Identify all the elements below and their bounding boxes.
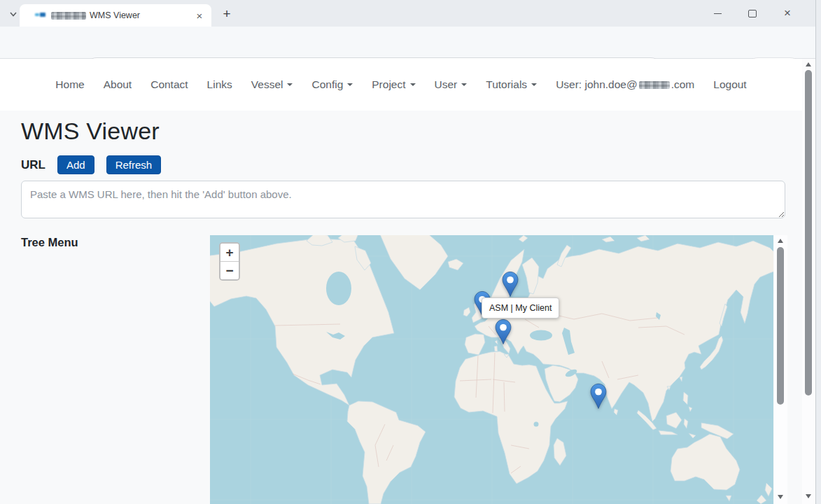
inner-scrollbar-thumb[interactable] [777, 247, 784, 405]
map-marker-stockholm[interactable] [502, 271, 519, 298]
nav-vessel-dropdown[interactable]: Vessel [251, 78, 293, 91]
tree-menu-label: Tree Menu [21, 236, 78, 249]
site-nav: Home About Contact Links Vessel Config P… [0, 59, 802, 111]
zoom-out-button[interactable]: − [220, 262, 239, 279]
wms-url-input[interactable] [21, 181, 785, 218]
tab-title: WMS Viewer [51, 10, 190, 20]
nav-config-dropdown[interactable]: Config [311, 78, 353, 91]
scroll-up-icon[interactable] [806, 62, 811, 66]
chevron-down-icon [531, 83, 537, 86]
page-scrollbar[interactable] [802, 59, 815, 504]
wms-map[interactable]: + − ASM | My Client [210, 235, 773, 504]
page-title: WMS Viewer [21, 118, 160, 145]
nav-tutorials-dropdown[interactable]: Tutorials [486, 78, 537, 91]
tab-favicon [35, 11, 45, 20]
map-zoom-control: + − [219, 242, 240, 281]
nav-contact[interactable]: Contact [150, 78, 188, 91]
page-content: Home About Contact Links Vessel Config P… [0, 59, 802, 504]
redacted-tab-title-prefix [51, 12, 86, 20]
chevron-down-icon [287, 83, 293, 86]
scroll-down-icon[interactable] [806, 494, 811, 498]
window-controls: × [709, 3, 796, 24]
browser-tab[interactable]: WMS Viewer × [20, 4, 211, 27]
scroll-up-icon[interactable] [778, 239, 783, 243]
nav-about[interactable]: About [104, 78, 132, 91]
window-close-icon[interactable]: × [779, 5, 796, 22]
chevron-down-icon [410, 83, 416, 86]
add-button[interactable]: Add [57, 155, 94, 174]
tab-close-icon[interactable]: × [193, 9, 206, 22]
nav-links[interactable]: Links [207, 78, 232, 91]
window-maximize-icon[interactable] [744, 5, 761, 22]
tab-search-chevron-icon[interactable] [6, 6, 21, 22]
scroll-down-icon[interactable] [778, 495, 783, 499]
map-marker-arabian-sea[interactable] [590, 383, 608, 410]
nav-user-email: User: john.doe@ .com [556, 78, 694, 91]
nav-home[interactable]: Home [55, 78, 84, 91]
inner-scrollbar[interactable] [774, 235, 787, 504]
page-scrollbar-thumb[interactable] [805, 70, 812, 396]
nav-logout[interactable]: Logout [713, 78, 746, 91]
map-marker-rome[interactable] [495, 318, 512, 345]
browser-window: WMS Viewer × + × /projects_wms/?cl [0, 0, 821, 504]
chevron-down-icon [461, 83, 467, 86]
new-tab-button[interactable]: + [220, 7, 234, 21]
url-controls: URL Add Refresh [21, 155, 173, 174]
world-map [210, 235, 773, 504]
nav-project-dropdown[interactable]: Project [372, 78, 415, 91]
marker-tooltip: ASM | My Client [482, 298, 559, 318]
window-minimize-icon[interactable] [709, 5, 726, 22]
browser-toolbar: /projects_wms/?client_company_name= &pro… [0, 27, 815, 59]
nav-user-dropdown[interactable]: User [435, 78, 468, 91]
redacted-user-email-domain [639, 81, 670, 89]
refresh-button[interactable]: Refresh [106, 155, 162, 174]
window-edge [815, 0, 821, 504]
url-label: URL [21, 158, 45, 172]
zoom-in-button[interactable]: + [220, 244, 239, 262]
chevron-down-icon [347, 83, 353, 86]
tab-strip: WMS Viewer × + × [0, 0, 815, 27]
